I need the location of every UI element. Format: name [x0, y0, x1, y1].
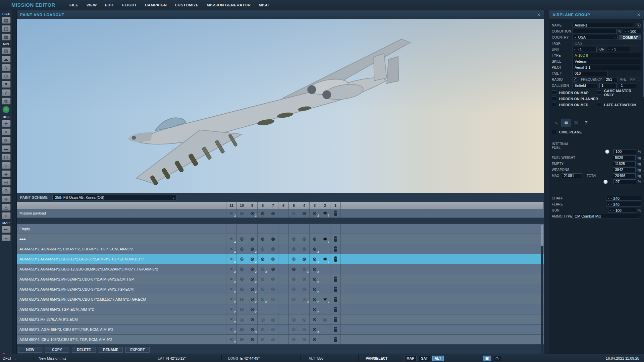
step-right-icon[interactable]: >	[627, 30, 629, 33]
condition-stepper[interactable]: < > 100	[623, 29, 641, 34]
briefing-icon[interactable]: ▥	[2, 47, 11, 54]
step-left-icon[interactable]: <	[625, 30, 626, 33]
tab-route-icon[interactable]: ∿	[551, 119, 561, 127]
hidden-on-mfd-checkbox[interactable]	[552, 103, 556, 107]
unit-of-stepper[interactable]: <> 1	[607, 47, 631, 52]
internal-fuel-field[interactable]: 100	[613, 149, 636, 154]
menu-item-view[interactable]: VIEW	[86, 3, 97, 7]
loadout-scrollbar[interactable]	[541, 225, 543, 355]
chaff-stepper[interactable]: <> 240	[606, 196, 641, 201]
frequency-field[interactable]: 251	[604, 77, 618, 82]
close-icon[interactable]: ✕	[637, 12, 640, 17]
name-field[interactable]: Aerial-1	[573, 23, 634, 28]
callsign-number2-field[interactable]: 1	[619, 83, 636, 88]
save-mission-icon[interactable]: ▦	[2, 34, 11, 41]
new-button[interactable]: NEW	[18, 347, 42, 353]
game-master-only-checkbox[interactable]	[597, 90, 601, 95]
helicopter-group-icon[interactable]: ⌖	[2, 128, 11, 135]
callsign-select[interactable]: Enfield ⌄	[573, 83, 597, 88]
menu-item-customize[interactable]: CUSTOMIZE	[175, 3, 199, 7]
template-icon[interactable]: ⌂	[2, 162, 11, 169]
combat-button[interactable]: COMBAT	[620, 35, 641, 40]
airplane-group-icon[interactable]: ✈	[2, 120, 11, 127]
civil-plane-checkbox[interactable]	[552, 130, 556, 134]
unit-count-stepper[interactable]: <> 1	[573, 47, 597, 52]
goals-icon[interactable]: ✓	[2, 89, 11, 96]
hidden-on-map-checkbox[interactable]	[552, 90, 556, 95]
loadout-preset-row[interactable]: Empty	[17, 224, 544, 234]
drawing-shapes-icon[interactable]: △	[2, 204, 11, 211]
modulation-select[interactable]: AM ⌄	[628, 77, 641, 82]
type-select[interactable]: A-10C II ⌄	[573, 53, 641, 58]
time-tool-icon[interactable]: ◷	[493, 356, 501, 361]
mission-payload-row[interactable]: Mission payload✕2⊚⊗2⊗⊗⊗⊗⊗2✱7	[17, 209, 544, 218]
distance-tool-icon[interactable]: ↔	[2, 234, 11, 241]
route-icon[interactable]: ∿	[2, 64, 11, 71]
loadout-preset-row[interactable]: AGM-65D*2,AGM-65H*2,Mk-82AIR*6,CBU-87*2,…	[17, 294, 544, 304]
gun-stepper[interactable]: <> 100	[608, 208, 636, 213]
bullseye-icon[interactable]: ◎	[2, 179, 11, 186]
menu-item-edit[interactable]: EDIT	[105, 3, 114, 7]
pan-select-mode[interactable]: PAN/SELECT	[366, 354, 388, 362]
copy-button[interactable]: COPY	[45, 347, 69, 353]
internal-fuel-slider[interactable]	[552, 149, 610, 154]
loadout-preset-row[interactable]: AGM-65D*3, AGM-65H*3, CBU-97*4,TGP, ECM,…	[17, 324, 544, 335]
new-mission-icon[interactable]: ▤	[2, 17, 11, 24]
tail-number-field[interactable]: 010	[573, 71, 607, 76]
late-activation-checkbox[interactable]	[597, 103, 601, 107]
condition-field[interactable]	[573, 29, 616, 34]
loadout-preset-row[interactable]: AGM-65D*2, AGM-65H*2, CBU-97*2, CBU-87*2…	[17, 244, 544, 254]
flags-icon[interactable]: ⚑	[2, 81, 11, 88]
menu-item-flight[interactable]: FLIGHT	[122, 3, 137, 7]
close-icon[interactable]: ✕	[537, 12, 540, 17]
menu-item-file[interactable]: FILE	[69, 3, 78, 7]
task-select[interactable]: CAS ⌄	[573, 41, 641, 46]
group-panel-scrollbar[interactable]	[643, 20, 644, 97]
destruction-zone-icon[interactable]: ✕	[2, 212, 11, 219]
tab-systems-icon[interactable]: ⌘	[571, 119, 581, 127]
pilot-field[interactable]: Aerial-1-1	[573, 65, 641, 70]
menu-item-campaign[interactable]: CAMPAIGN	[145, 3, 167, 7]
map-layer-select[interactable]: DFLT ⌄	[3, 354, 16, 362]
toggle-sat[interactable]: SAT	[419, 356, 430, 361]
waypoint-icon[interactable]: ◈	[2, 170, 11, 177]
hidden-on-planner-checkbox[interactable]	[552, 97, 556, 101]
open-mission-icon[interactable]: ◳	[2, 25, 11, 32]
skill-select[interactable]: Veteran ⌄	[573, 59, 641, 64]
road-overlay-icon[interactable]: ▣	[483, 356, 491, 361]
tab-loadout-icon[interactable]: ⊠	[561, 119, 571, 127]
loadout-preset-row[interactable]: 444✕2⊚⊗⊗⊗⊗⊗⊗✱7	[17, 234, 544, 244]
loadout-preset-row[interactable]: AGM-65D*2,AGM-65H*2,GBU-12*2,GBU-38*2,AI…	[17, 254, 544, 264]
paint-scheme-select[interactable]: 25th FS Osan AB, Korea (OS) ⌄	[52, 195, 176, 200]
loadout-preset-row[interactable]: AGM-65D*2,AGM-65H*2,GBU-12,GBU-38,MK82*3…	[17, 264, 544, 274]
menu-item-mission-generator[interactable]: MISSION GENERATOR	[207, 3, 251, 7]
total-load-slider[interactable]	[552, 180, 610, 184]
fly-mission-icon[interactable]: ↑	[2, 106, 10, 113]
export-button[interactable]: EXPORT	[125, 347, 150, 353]
triggers-icon[interactable]: ⧉	[2, 98, 11, 105]
bullseye-edit-icon[interactable]: ⊞	[2, 72, 11, 79]
vehicle-group-icon[interactable]: ▬	[2, 145, 11, 152]
fuel-weight-field[interactable]: 5029	[613, 155, 636, 160]
loadout-preset-row[interactable]: AGM-65D*4, CBU-105*2,CBU-97*2, TGP, ECM,…	[17, 335, 544, 345]
loadout-preset-row[interactable]: AGM-65D*2,AGM-65H*2,Mk-82AIR*2,CBU-87*2,…	[17, 274, 544, 284]
weather-icon[interactable]: ☁	[2, 56, 11, 63]
point-icon[interactable]: ⊙	[2, 187, 11, 194]
toggle-map[interactable]: MAP	[404, 356, 417, 361]
map-key-icon[interactable]: ⊷	[2, 226, 11, 233]
rename-button[interactable]: RENAME	[99, 347, 123, 353]
delete-button[interactable]: DELETE	[72, 347, 96, 353]
radio-checkbox[interactable]: ✓	[573, 77, 577, 82]
tab-summary-icon[interactable]: Σ	[581, 119, 591, 127]
loadout-preset-row[interactable]: AGM-65D*2,AGM-65H*2,TGP, ECM, AIM-9*2✕2⊚…	[17, 304, 544, 314]
menu-item-misc[interactable]: MISC	[259, 3, 269, 7]
loadout-preset-row[interactable]: AGM-65D*2,AGM-65H*2,Mk-82AIR*2,CBU-97*2,…	[17, 284, 544, 294]
callsign-number1-field[interactable]: 1	[599, 83, 617, 88]
ship-group-icon[interactable]: ⊵	[2, 137, 11, 144]
toggle-alt[interactable]: ALT	[432, 356, 444, 361]
zones-icon[interactable]: ⊚	[2, 195, 11, 202]
help-icon[interactable]: ?	[636, 23, 641, 28]
ammo-type-select[interactable]: CM Combat Mix ⌄	[573, 214, 641, 219]
country-select[interactable]: ●USA ⌄	[573, 35, 618, 40]
loadout-preset-row[interactable]: AGM-65D*2,Mk-82*6,AIM-9*2,ECM✕2◎⊗◎◎◎◎⊗◎	[17, 314, 544, 324]
